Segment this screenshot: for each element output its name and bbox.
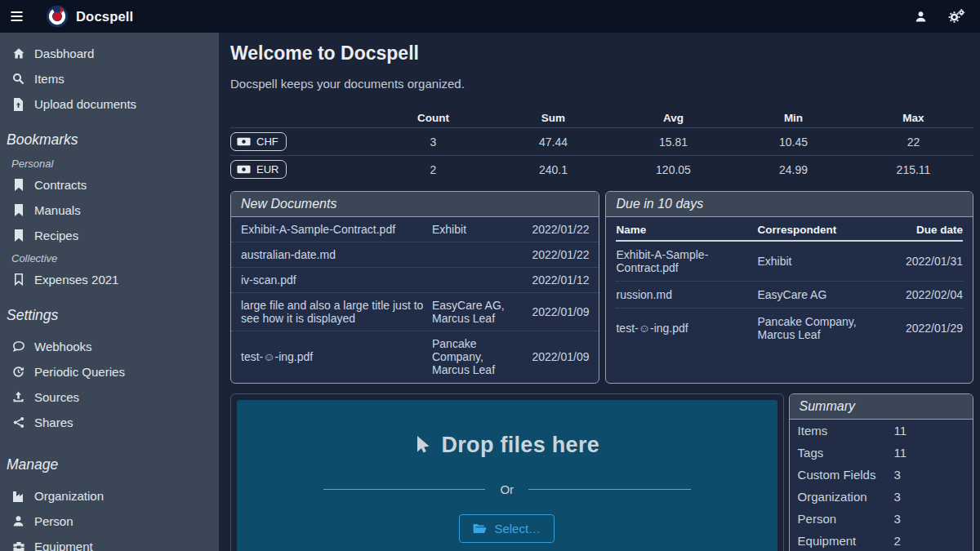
sidebar-item-contracts[interactable]: Contracts — [0, 172, 219, 198]
document-row[interactable]: iv-scan.pdf 2022/01/12 — [231, 267, 599, 292]
document-date: 2022/01/22 — [514, 223, 589, 236]
document-name[interactable]: Exhibit-A-Sample-Contract.pdf — [616, 248, 749, 274]
summary-label: Items — [798, 420, 894, 442]
stat-value: 240.1 — [493, 163, 613, 176]
stats-header-count: Count — [373, 112, 493, 124]
sidebar-item-recipes[interactable]: Recipes — [0, 223, 219, 248]
page-subtitle: Docspell keeps your documents organized. — [230, 77, 973, 91]
stats-header-sum: Sum — [493, 112, 613, 124]
sidebar-item-label: Equipment — [34, 540, 93, 551]
sidebar-item-label: Person — [34, 514, 74, 528]
panel-title: Summary — [790, 394, 973, 420]
document-name[interactable]: test-☺-ing.pdf — [616, 322, 749, 335]
stat-value: 3 — [373, 136, 493, 149]
summary-row: Equipment 2 — [790, 530, 973, 551]
sidebar-item-manuals[interactable]: Manuals — [0, 198, 219, 223]
sidebar-item-upload-documents[interactable]: Upload documents — [0, 91, 219, 117]
document-name[interactable]: iv-scan.pdf — [241, 273, 425, 287]
sidebar-item-expenses-2021[interactable]: Expenses 2021 — [0, 267, 219, 292]
stats-header-avg: Avg — [613, 112, 733, 124]
currency-badge: EUR — [230, 160, 287, 179]
upload-panel: Drop files here Or Select… — [230, 393, 784, 551]
sidebar-item-webhooks[interactable]: Webhooks — [0, 334, 219, 359]
sidebar-item-sources[interactable]: Sources — [0, 384, 219, 410]
document-due-date: 2022/01/31 — [885, 255, 963, 268]
summary-label: Person — [798, 508, 894, 530]
document-correspondent: EasyCare AG, Marcus Leaf — [432, 299, 507, 325]
sidebar-item-periodic-queries[interactable]: Periodic Queries — [0, 359, 219, 384]
drop-title: Drop files here — [414, 433, 599, 458]
currency-stats-table: Count Sum Avg Min Max CHF 3 47.44 15.81 … — [230, 109, 973, 183]
document-correspondent: Exhibit — [757, 255, 877, 268]
document-correspondent: Pancake Company, Marcus Leaf — [432, 337, 507, 376]
stat-value: 15.81 — [613, 136, 733, 149]
sidebar-item-equipment[interactable]: Equipment — [0, 534, 219, 551]
document-row[interactable]: test-☺-ing.pdf Pancake Company, Marcus L… — [616, 308, 963, 348]
page-title: Welcome to Docspell — [230, 42, 973, 64]
home-icon — [11, 47, 25, 60]
sidebar-item-label: Webhooks — [34, 340, 92, 353]
summary-value: 11 — [894, 442, 964, 464]
file-drop-zone[interactable]: Drop files here Or Select… — [237, 400, 777, 551]
industry-icon — [11, 491, 25, 502]
document-due-date: 2022/01/29 — [885, 322, 963, 335]
sidebar-item-shares[interactable]: Shares — [0, 410, 219, 435]
cogs-icon[interactable] — [944, 4, 969, 29]
stats-header-row: Count Sum Avg Min Max — [230, 109, 973, 127]
history-icon — [11, 366, 25, 378]
document-name[interactable]: large file and also a large title just t… — [241, 299, 425, 325]
search-icon — [11, 73, 25, 85]
money-bill-icon — [237, 165, 251, 174]
sidebar-item-label: Expenses 2021 — [34, 273, 118, 287]
user-icon[interactable] — [908, 4, 933, 29]
menu-icon[interactable] — [0, 0, 33, 33]
docspell-logo-icon — [46, 5, 69, 28]
sidebar-item-person[interactable]: Person — [0, 509, 219, 534]
document-name[interactable]: australian-date.md — [241, 248, 425, 261]
bookmark-icon — [11, 229, 25, 242]
sidebar-subsection-personal: Personal — [0, 153, 219, 172]
summary-panel: Summary Items 11 Tags 11 Custom Fields 3… — [789, 393, 973, 551]
summary-value: 3 — [894, 508, 964, 530]
mouse-pointer-icon — [414, 435, 430, 456]
due-header-row: Name Correspondent Due date — [616, 217, 963, 242]
summary-value: 3 — [894, 486, 964, 508]
share-icon — [11, 416, 25, 429]
due-panel: Due in 10 days Name Correspondent Due da… — [605, 191, 973, 384]
stats-row-eur: EUR 2 240.1 120.05 24.99 215.11 — [230, 155, 973, 183]
bookmark-icon — [11, 179, 25, 191]
select-files-button[interactable]: Select… — [459, 514, 555, 543]
summary-row: Organization 3 — [790, 486, 973, 508]
brand[interactable]: Docspell — [46, 5, 133, 28]
document-row[interactable]: russion.md EasyCare AG 2022/02/04 — [616, 281, 963, 308]
document-row[interactable]: large file and also a large title just t… — [231, 292, 599, 331]
document-date: 2022/01/12 — [514, 273, 589, 287]
sidebar-subsection-collective: Collective — [0, 248, 219, 267]
summary-label: Custom Fields — [798, 464, 894, 486]
sidebar-item-organization[interactable]: Organization — [0, 483, 219, 509]
document-row[interactable]: test-☺-ing.pdf Pancake Company, Marcus L… — [231, 331, 599, 382]
sidebar-item-label: Recipes — [34, 229, 78, 242]
sidebar-section-bookmarks: Bookmarks — [0, 127, 219, 153]
sidebar-item-items[interactable]: Items — [0, 66, 219, 91]
document-name[interactable]: Exhibit-A-Sample-Contract.pdf — [241, 223, 425, 236]
document-row[interactable]: australian-date.md 2022/01/22 — [231, 242, 599, 267]
comment-icon — [11, 340, 25, 353]
sidebar-item-dashboard[interactable]: Dasbhoard — [0, 41, 219, 66]
document-row[interactable]: Exhibit-A-Sample-Contract.pdf Exhibit 20… — [231, 217, 599, 242]
document-name[interactable]: test-☺-ing.pdf — [241, 350, 425, 363]
summary-label: Tags — [798, 442, 894, 464]
sidebar-item-label: Items — [34, 72, 65, 86]
document-due-date: 2022/02/04 — [885, 288, 963, 301]
stats-header-min: Min — [733, 112, 853, 124]
sidebar-item-label: Organization — [34, 489, 104, 503]
document-date: 2022/01/09 — [514, 350, 589, 363]
document-date: 2022/01/09 — [514, 305, 589, 318]
panel-title: New Documents — [231, 192, 599, 217]
sidebar: Dasbhoard Items Upload documents Bookmar… — [0, 33, 219, 551]
document-name[interactable]: russion.md — [616, 288, 749, 301]
sidebar-item-label: Contracts — [34, 178, 87, 192]
sidebar-item-label: Sources — [34, 390, 79, 404]
document-row[interactable]: Exhibit-A-Sample-Contract.pdf Exhibit 20… — [616, 242, 963, 281]
topbar: Docspell — [0, 0, 980, 33]
